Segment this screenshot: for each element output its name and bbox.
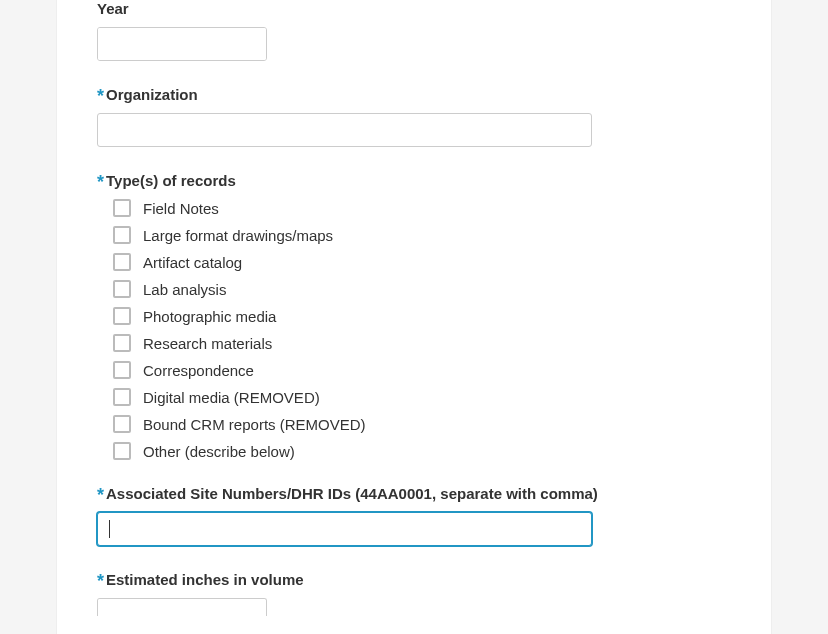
organization-input[interactable] — [97, 113, 592, 147]
checkbox-label: Artifact catalog — [143, 254, 242, 271]
checkbox-label: Field Notes — [143, 200, 219, 217]
checkbox-label: Large format drawings/maps — [143, 227, 333, 244]
checkbox-correspondence[interactable] — [113, 361, 131, 379]
site-numbers-label: Associated Site Numbers/DHR IDs (44AA000… — [106, 485, 598, 502]
year-label: Year — [97, 0, 731, 17]
estimated-inches-label-row: *Estimated inches in volume — [97, 570, 731, 588]
required-mark: * — [97, 485, 104, 505]
field-organization: *Organization — [97, 85, 731, 147]
checkbox-row-artifact-catalog: Artifact catalog — [113, 253, 731, 271]
checkbox-row-bound-crm: Bound CRM reports (REMOVED) — [113, 415, 731, 433]
checkbox-label: Correspondence — [143, 362, 254, 379]
record-types-label: Type(s) of records — [106, 172, 236, 189]
form-panel: Year ▲ ▼ *Organization — [56, 0, 772, 634]
checkbox-row-other: Other (describe below) — [113, 442, 731, 460]
checkbox-row-correspondence: Correspondence — [113, 361, 731, 379]
checkbox-digital-media[interactable] — [113, 388, 131, 406]
year-input[interactable] — [98, 28, 267, 60]
checkbox-lab-analysis[interactable] — [113, 280, 131, 298]
checkbox-row-field-notes: Field Notes — [113, 199, 731, 217]
checkbox-row-lab-analysis: Lab analysis — [113, 280, 731, 298]
site-numbers-input[interactable] — [97, 512, 592, 546]
estimated-inches-input-wrap: ▲ — [97, 598, 267, 616]
checkbox-research[interactable] — [113, 334, 131, 352]
year-input-wrap: ▲ ▼ — [97, 27, 267, 61]
required-mark: * — [97, 172, 104, 192]
checkbox-bound-crm[interactable] — [113, 415, 131, 433]
record-types-list: Field Notes Large format drawings/maps A… — [113, 199, 731, 460]
field-site-numbers: *Associated Site Numbers/DHR IDs (44AA00… — [97, 484, 731, 546]
site-numbers-label-row: *Associated Site Numbers/DHR IDs (44AA00… — [97, 484, 731, 502]
checkbox-large-format[interactable] — [113, 226, 131, 244]
field-record-types: *Type(s) of records Field Notes Large fo… — [97, 171, 731, 460]
checkbox-label: Lab analysis — [143, 281, 226, 298]
required-mark: * — [97, 86, 104, 106]
checkbox-row-large-format: Large format drawings/maps — [113, 226, 731, 244]
checkbox-field-notes[interactable] — [113, 199, 131, 217]
checkbox-row-photographic: Photographic media — [113, 307, 731, 325]
estimated-inches-label: Estimated inches in volume — [106, 571, 304, 588]
required-mark: * — [97, 571, 104, 591]
checkbox-label: Photographic media — [143, 308, 276, 325]
checkbox-other[interactable] — [113, 442, 131, 460]
checkbox-row-research: Research materials — [113, 334, 731, 352]
record-types-label-row: *Type(s) of records — [97, 171, 731, 189]
checkbox-photographic[interactable] — [113, 307, 131, 325]
field-year: Year ▲ ▼ — [97, 0, 731, 61]
estimated-inches-input[interactable] — [98, 599, 267, 616]
checkbox-row-digital-media: Digital media (REMOVED) — [113, 388, 731, 406]
checkbox-label: Bound CRM reports (REMOVED) — [143, 416, 366, 433]
checkbox-label: Research materials — [143, 335, 272, 352]
checkbox-label: Digital media (REMOVED) — [143, 389, 320, 406]
field-estimated-inches: *Estimated inches in volume ▲ — [97, 570, 731, 616]
organization-label: Organization — [106, 86, 198, 103]
checkbox-artifact-catalog[interactable] — [113, 253, 131, 271]
organization-label-row: *Organization — [97, 85, 731, 103]
checkbox-label: Other (describe below) — [143, 443, 295, 460]
